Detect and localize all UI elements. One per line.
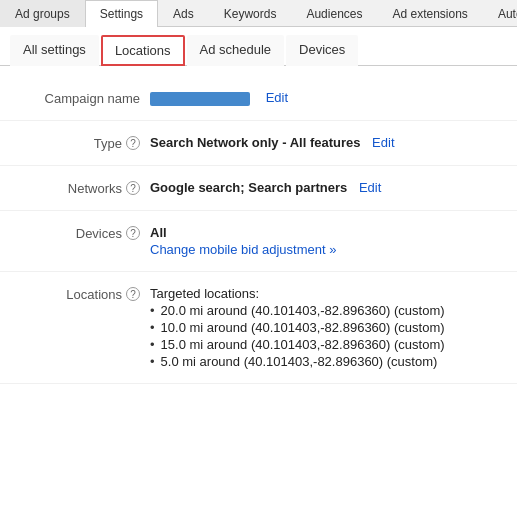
networks-help-icon[interactable]: ? (126, 181, 140, 195)
subtab-ad-schedule[interactable]: Ad schedule (187, 35, 285, 66)
tab-audiences[interactable]: Audiences (291, 0, 377, 27)
location-item-1: 20.0 mi around (40.101403,-82.896360) (c… (161, 303, 445, 318)
campaign-name-bar (150, 92, 250, 106)
tab-auto-ta[interactable]: Auto ta... (483, 0, 517, 27)
networks-value-text: Google search; Search partners (150, 180, 347, 195)
tab-ad-groups[interactable]: Ad groups (0, 0, 85, 27)
type-value: Search Network only - All features Edit (150, 135, 497, 150)
campaign-name-label: Campaign name (20, 90, 150, 106)
bullet-3: • (150, 337, 155, 352)
sub-nav: All settings Locations Ad schedule Devic… (0, 27, 517, 66)
tab-ad-extensions[interactable]: Ad extensions (377, 0, 482, 27)
networks-value: Google search; Search partners Edit (150, 180, 497, 195)
networks-label-text: Networks (68, 181, 122, 196)
campaign-name-row: Campaign name Edit (0, 76, 517, 121)
change-mobile-bid-link[interactable]: Change mobile bid adjustment » (150, 242, 497, 257)
devices-value: All Change mobile bid adjustment » (150, 225, 497, 257)
locations-label: Locations ? (20, 286, 150, 302)
subtab-locations[interactable]: Locations (101, 35, 185, 66)
location-item-2: 10.0 mi around (40.101403,-82.896360) (c… (161, 320, 445, 335)
tab-keywords[interactable]: Keywords (209, 0, 292, 27)
locations-label-text: Locations (66, 287, 122, 302)
top-nav: Ad groups Settings Ads Keywords Audience… (0, 0, 517, 27)
networks-label: Networks ? (20, 180, 150, 196)
subtab-devices[interactable]: Devices (286, 35, 358, 66)
bullet-1: • (150, 303, 155, 318)
devices-label-text: Devices (76, 226, 122, 241)
locations-list: • 20.0 mi around (40.101403,-82.896360) … (150, 303, 497, 369)
targeted-locations-header: Targeted locations: (150, 286, 497, 301)
devices-row: Devices ? All Change mobile bid adjustme… (0, 211, 517, 272)
tab-ads[interactable]: Ads (158, 0, 209, 27)
locations-row: Locations ? Targeted locations: • 20.0 m… (0, 272, 517, 384)
list-item: • 20.0 mi around (40.101403,-82.896360) … (150, 303, 497, 318)
type-edit-link[interactable]: Edit (372, 135, 394, 150)
campaign-name-edit-link[interactable]: Edit (266, 90, 288, 105)
locations-value: Targeted locations: • 20.0 mi around (40… (150, 286, 497, 369)
bullet-2: • (150, 320, 155, 335)
settings-content: Campaign name Edit Type ? Search Network… (0, 66, 517, 394)
type-row: Type ? Search Network only - All feature… (0, 121, 517, 166)
type-value-text: Search Network only - All features (150, 135, 360, 150)
bullet-4: • (150, 354, 155, 369)
subtab-all-settings[interactable]: All settings (10, 35, 99, 66)
devices-help-icon[interactable]: ? (126, 226, 140, 240)
list-item: • 10.0 mi around (40.101403,-82.896360) … (150, 320, 497, 335)
list-item: • 15.0 mi around (40.101403,-82.896360) … (150, 337, 497, 352)
networks-edit-link[interactable]: Edit (359, 180, 381, 195)
location-item-3: 15.0 mi around (40.101403,-82.896360) (c… (161, 337, 445, 352)
type-label: Type ? (20, 135, 150, 151)
campaign-name-value: Edit (150, 90, 497, 106)
list-item: • 5.0 mi around (40.101403,-82.896360) (… (150, 354, 497, 369)
locations-help-icon[interactable]: ? (126, 287, 140, 301)
devices-label: Devices ? (20, 225, 150, 241)
type-help-icon[interactable]: ? (126, 136, 140, 150)
location-item-4: 5.0 mi around (40.101403,-82.896360) (cu… (161, 354, 438, 369)
type-label-text: Type (94, 136, 122, 151)
campaign-name-label-text: Campaign name (45, 91, 140, 106)
networks-row: Networks ? Google search; Search partner… (0, 166, 517, 211)
tab-settings[interactable]: Settings (85, 0, 158, 27)
devices-value-text: All (150, 225, 167, 240)
